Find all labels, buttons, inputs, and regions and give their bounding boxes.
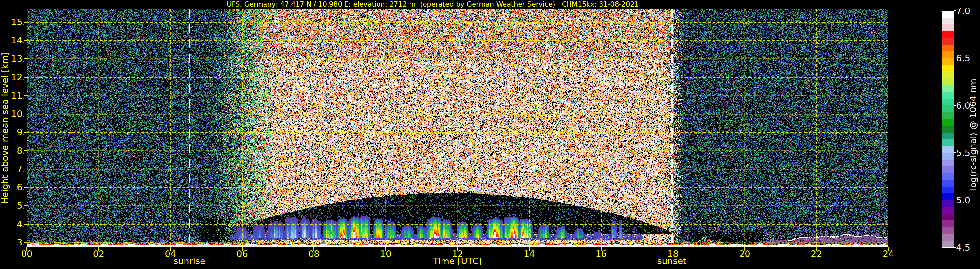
ceilometer-quicklook: UFS, Germany; 47.417 N / 10.980 E; eleva… [0, 0, 980, 269]
colorbar-segment [942, 51, 954, 58]
colorbar-segment [942, 18, 954, 24]
x-tick-label: 08 [308, 249, 319, 259]
colorbar-segment [942, 146, 954, 153]
backscatter-heatmap-canvas [27, 9, 888, 247]
colorbar-segment [942, 139, 954, 146]
colorbar-tick-mark [954, 247, 956, 248]
colorbar-segment [942, 173, 954, 180]
colorbar-segment [942, 38, 954, 45]
colorbar-segment [942, 105, 954, 112]
x-tick-label: 00 [21, 249, 32, 259]
colorbar-tick-mark [954, 105, 956, 106]
colorbar-tick-mark [954, 153, 956, 153]
colorbar-tick-mark [954, 200, 956, 201]
colorbar-segment [942, 78, 954, 85]
colorbar-segment [942, 31, 954, 38]
colorbar-tick-mark [954, 10, 956, 11]
colorbar-segment [942, 214, 954, 221]
colorbar-segment [942, 234, 954, 241]
x-tick-label: 22 [811, 249, 822, 259]
colorbar-segment [942, 207, 954, 214]
x-tick-label: 10 [380, 249, 391, 259]
y-tick-label: 6. [0, 182, 25, 192]
colorbar-segment [942, 126, 954, 132]
colorbar-segment [942, 193, 954, 200]
y-tick-label: 8. [0, 145, 25, 155]
colorbar-tick-mark [954, 58, 956, 59]
y-tick-label: 9. [0, 127, 25, 137]
x-tick-label: 16 [595, 249, 606, 259]
colorbar-segment [942, 112, 954, 119]
colorbar-segment [942, 167, 954, 173]
colorbar-segment [942, 160, 954, 167]
colorbar-segment [942, 72, 954, 78]
y-tick-label: 4. [0, 219, 25, 229]
x-axis-title: Time [UTC] [433, 256, 482, 266]
colorbar-segment [942, 58, 954, 65]
y-tick-label: 5. [0, 201, 25, 210]
y-tick-label: 15. [0, 17, 25, 27]
y-tick-label: 13. [0, 54, 25, 64]
y-tick-label: 7. [0, 164, 25, 174]
colorbar-segment [942, 227, 954, 234]
colorbar-segment [942, 187, 954, 194]
x-tick-label: 14 [524, 249, 535, 259]
colorbar-segment [942, 24, 954, 31]
colorbar-title: log(rc-signal) @ 1064 nm [968, 79, 978, 190]
x-tick-label: 06 [236, 249, 248, 259]
colorbar-tick-label: 5.0 [956, 195, 970, 205]
colorbar-segment [942, 92, 954, 99]
y-tick-label: 10. [0, 109, 25, 119]
colorbar-segment [942, 153, 954, 160]
y-tick-label: 11. [0, 91, 25, 100]
y-tick-label: 14. [0, 35, 25, 45]
plot-area [27, 9, 888, 247]
colorbar-segment [942, 85, 954, 92]
colorbar-segment [942, 220, 954, 227]
colorbar-segment [942, 11, 954, 18]
y-tick-label: 3. [0, 237, 25, 247]
colorbar-tick-label: 7.0 [956, 6, 970, 16]
sunset-label: sunset [657, 256, 686, 266]
colorbar-tick-label: 4.5 [956, 243, 970, 253]
colorbar-segment [942, 99, 954, 105]
colorbar-segment [942, 180, 954, 187]
chart-title: UFS, Germany; 47.417 N / 10.980 E; eleva… [0, 0, 865, 8]
x-tick-label: 24 [883, 249, 894, 259]
colorbar-segment [942, 200, 954, 207]
colorbar-segment [942, 45, 954, 52]
colorbar-segment [942, 240, 954, 247]
colorbar-segment [942, 119, 954, 126]
colorbar-segment [942, 132, 954, 139]
x-tick-label: 20 [739, 249, 750, 259]
sunrise-label: sunrise [173, 256, 205, 266]
y-tick-label: 12. [0, 72, 25, 82]
colorbar-segment [942, 65, 954, 72]
colorbar-tick-label: 6.5 [956, 53, 970, 63]
colorbar [942, 11, 954, 248]
x-tick-label: 02 [93, 249, 104, 259]
